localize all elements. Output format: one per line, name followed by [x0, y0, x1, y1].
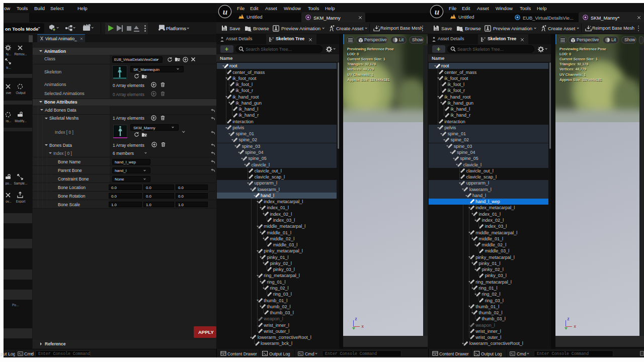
svg-text:u: u [435, 7, 439, 17]
svg-text:u: u [223, 7, 227, 17]
